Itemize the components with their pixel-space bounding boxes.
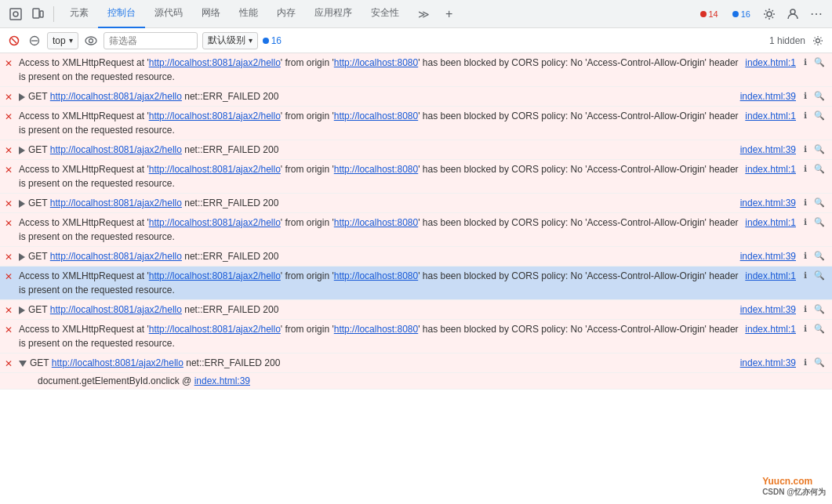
add-tab-button[interactable]: + bbox=[439, 7, 459, 21]
console-row[interactable]: ✕ Access to XMLHttpRequest at 'http://lo… bbox=[0, 160, 832, 194]
expand-triangle[interactable] bbox=[19, 200, 25, 208]
search-similar-icon[interactable]: 🔍 bbox=[813, 89, 826, 102]
source-link[interactable]: index.html:1 bbox=[739, 216, 796, 230]
info-icon[interactable]: ℹ bbox=[799, 303, 812, 315]
search-similar-icon[interactable]: 🔍 bbox=[813, 109, 826, 121]
source-link[interactable]: index.html:39 bbox=[734, 143, 796, 157]
search-similar-icon[interactable]: 🔍 bbox=[813, 162, 826, 175]
url-link[interactable]: http://localhost:8081/ajax2/hello bbox=[149, 217, 281, 228]
console-row[interactable]: ✕ GET http://localhost:8081/ajax2/hello … bbox=[0, 247, 832, 267]
console-row[interactable]: ✕ Access to XMLHttpRequest at 'http://lo… bbox=[0, 53, 832, 87]
search-similar-icon[interactable]: 🔍 bbox=[813, 143, 826, 155]
info-icon[interactable]: ℹ bbox=[799, 356, 812, 368]
origin-link[interactable]: http://localhost:8080 bbox=[334, 270, 418, 281]
error-count-badge[interactable]: 14 bbox=[696, 8, 723, 20]
source-link[interactable]: index.html:1 bbox=[739, 56, 796, 70]
warning-count-badge[interactable]: 16 bbox=[728, 8, 755, 20]
tab-console[interactable]: 控制台 bbox=[98, 0, 145, 28]
tab-elements[interactable]: 元素 bbox=[60, 0, 98, 28]
expand-triangle[interactable] bbox=[19, 147, 25, 154]
info-icon[interactable]: ℹ bbox=[799, 162, 812, 175]
search-similar-icon[interactable]: 🔍 bbox=[813, 56, 826, 68]
url-link[interactable]: http://localhost:8081/ajax2/hello bbox=[50, 144, 182, 155]
clear-console-button[interactable] bbox=[6, 33, 22, 49]
tab-performance[interactable]: 性能 bbox=[230, 0, 267, 28]
tab-network[interactable]: 网络 bbox=[192, 0, 230, 28]
url-link[interactable]: http://localhost:8081/ajax2/hello bbox=[149, 270, 281, 281]
url-link[interactable]: http://localhost:8081/ajax2/hello bbox=[50, 198, 182, 208]
settings-icon[interactable] bbox=[760, 5, 779, 24]
context-dropdown[interactable]: top ▾ bbox=[47, 32, 78, 49]
search-similar-icon[interactable]: 🔍 bbox=[813, 249, 826, 262]
source-link[interactable]: index.html:39 bbox=[734, 89, 796, 103]
info-icon[interactable]: ℹ bbox=[799, 56, 812, 68]
source-link[interactable]: index.html:39 bbox=[734, 249, 796, 263]
url-link[interactable]: http://localhost:8081/ajax2/hello bbox=[149, 164, 281, 175]
expand-triangle[interactable] bbox=[19, 93, 25, 101]
url-link[interactable]: http://localhost:8081/ajax2/hello bbox=[149, 57, 281, 68]
info-icon[interactable]: ℹ bbox=[799, 89, 812, 102]
console-settings-button[interactable] bbox=[810, 33, 826, 49]
sub-source-link[interactable]: index.html:39 bbox=[194, 375, 250, 386]
search-similar-icon[interactable]: 🔍 bbox=[813, 356, 826, 368]
console-row[interactable]: ✕ GET http://localhost:8081/ajax2/hello … bbox=[0, 194, 832, 213]
url-link[interactable]: http://localhost:8081/ajax2/hello bbox=[50, 304, 182, 315]
tab-application[interactable]: 应用程序 bbox=[305, 0, 362, 28]
source-link[interactable]: index.html:39 bbox=[734, 356, 796, 370]
origin-link[interactable]: http://localhost:8080 bbox=[334, 324, 418, 335]
url-link[interactable]: http://localhost:8081/ajax2/hello bbox=[149, 111, 281, 121]
info-icon[interactable]: ℹ bbox=[799, 269, 812, 281]
info-icon[interactable]: ℹ bbox=[799, 249, 812, 262]
console-row[interactable]: ✕ Access to XMLHttpRequest at 'http://lo… bbox=[0, 107, 832, 140]
search-similar-icon[interactable]: 🔍 bbox=[813, 269, 826, 281]
svg-point-10 bbox=[85, 37, 96, 45]
origin-link[interactable]: http://localhost:8080 bbox=[334, 111, 418, 121]
info-icon[interactable]: ℹ bbox=[799, 322, 812, 335]
tab-security[interactable]: 安全性 bbox=[362, 0, 409, 28]
url-link[interactable]: http://localhost:8081/ajax2/hello bbox=[52, 357, 183, 368]
console-row[interactable]: ✕ Access to XMLHttpRequest at 'http://lo… bbox=[0, 213, 832, 247]
source-link[interactable]: index.html:1 bbox=[739, 269, 796, 283]
source-link[interactable]: index.html:1 bbox=[739, 162, 796, 176]
origin-link[interactable]: http://localhost:8080 bbox=[334, 164, 418, 175]
filter-input[interactable] bbox=[104, 32, 198, 49]
more-options-icon[interactable]: ⋯ bbox=[807, 5, 826, 24]
search-similar-icon[interactable]: 🔍 bbox=[813, 216, 826, 228]
expand-triangle[interactable] bbox=[19, 306, 25, 314]
log-level-dropdown[interactable]: 默认级别 ▾ bbox=[202, 32, 258, 49]
search-similar-icon[interactable]: 🔍 bbox=[813, 322, 826, 335]
user-icon[interactable] bbox=[783, 5, 802, 24]
console-row[interactable]: ✕ GET http://localhost:8081/ajax2/hello … bbox=[0, 354, 832, 373]
console-row[interactable]: ✕ GET http://localhost:8081/ajax2/hello … bbox=[0, 87, 832, 107]
inspect-icon[interactable] bbox=[6, 5, 25, 24]
warning-dot bbox=[732, 11, 739, 17]
console-row[interactable]: ✕ Access to XMLHttpRequest at 'http://lo… bbox=[0, 320, 832, 354]
collapse-triangle[interactable] bbox=[19, 361, 27, 367]
source-link[interactable]: index.html:39 bbox=[734, 196, 796, 210]
more-tabs-button[interactable]: ≫ bbox=[412, 8, 436, 20]
info-icon[interactable]: ℹ bbox=[799, 143, 812, 155]
row-content: GET http://localhost:8081/ajax2/hello ne… bbox=[19, 196, 734, 210]
source-link[interactable]: index.html:39 bbox=[734, 303, 796, 317]
search-similar-icon[interactable]: 🔍 bbox=[813, 196, 826, 208]
url-link[interactable]: http://localhost:8081/ajax2/hello bbox=[50, 91, 182, 102]
origin-link[interactable]: http://localhost:8080 bbox=[334, 217, 418, 228]
search-similar-icon[interactable]: 🔍 bbox=[813, 303, 826, 315]
url-link[interactable]: http://localhost:8081/ajax2/hello bbox=[149, 324, 281, 335]
console-row[interactable]: ✕ GET http://localhost:8081/ajax2/hello … bbox=[0, 140, 832, 160]
expand-triangle[interactable] bbox=[19, 253, 25, 261]
info-icon[interactable]: ℹ bbox=[799, 216, 812, 228]
tab-sources[interactable]: 源代码 bbox=[145, 0, 192, 28]
info-icon[interactable]: ℹ bbox=[799, 196, 812, 208]
source-link[interactable]: index.html:1 bbox=[739, 109, 796, 123]
source-link[interactable]: index.html:1 bbox=[739, 322, 796, 336]
console-row-selected[interactable]: ✕ Access to XMLHttpRequest at 'http://lo… bbox=[0, 267, 832, 300]
device-icon[interactable] bbox=[28, 5, 47, 24]
tab-memory[interactable]: 内存 bbox=[267, 0, 305, 28]
eye-button[interactable] bbox=[83, 33, 99, 49]
info-icon[interactable]: ℹ bbox=[799, 109, 812, 121]
console-row[interactable]: ✕ GET http://localhost:8081/ajax2/hello … bbox=[0, 300, 832, 320]
origin-link[interactable]: http://localhost:8080 bbox=[334, 57, 418, 68]
block-button[interactable] bbox=[27, 33, 42, 49]
url-link[interactable]: http://localhost:8081/ajax2/hello bbox=[50, 251, 182, 262]
